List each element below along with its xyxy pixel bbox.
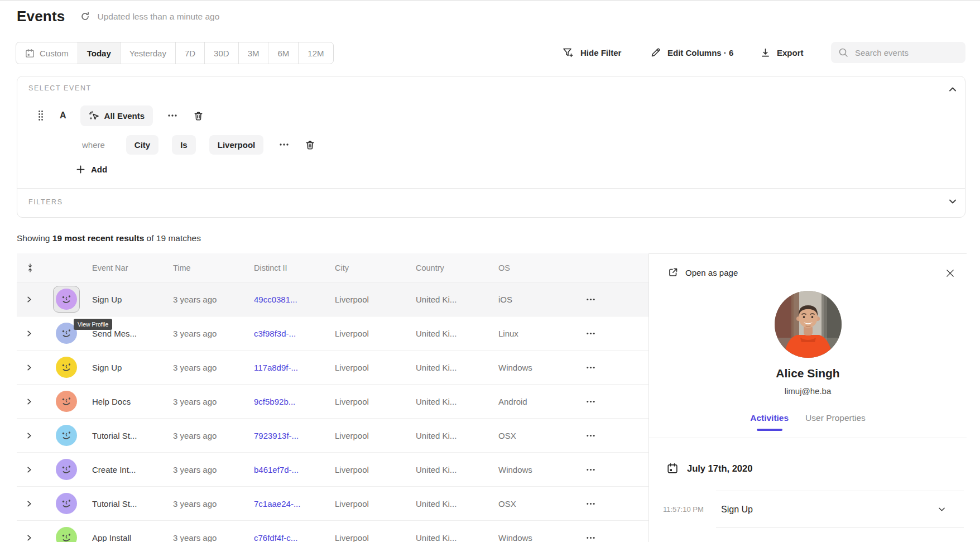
date-range-today[interactable]: Today (78, 42, 121, 64)
row-more-options-icon[interactable] (586, 431, 595, 440)
expand-row-chevron-icon[interactable] (26, 398, 50, 405)
row-more-options-icon[interactable] (586, 363, 595, 372)
date-range-30d[interactable]: 30D (205, 42, 239, 64)
avatar-wrap[interactable] (56, 459, 77, 480)
expand-row-chevron-icon[interactable] (26, 330, 50, 337)
user-avatar[interactable] (56, 493, 77, 514)
table-row[interactable]: Create Int... 3 years ago b461ef7d-... L… (17, 453, 648, 487)
filters-chevron-down-icon[interactable] (948, 198, 957, 205)
avatar-wrap[interactable] (56, 493, 77, 514)
col-header-city[interactable]: City (325, 263, 406, 272)
table-row[interactable]: Tutorial St... 3 years ago 7c1aae24-... … (17, 487, 648, 521)
date-range-6m[interactable]: 6M (268, 42, 299, 64)
add-event-button[interactable]: Add (76, 165, 107, 174)
distinct-id-link[interactable]: c3f98f3d-... (244, 329, 325, 338)
col-header-distinct-id[interactable]: Distinct II (244, 263, 325, 272)
filter-operator-chip[interactable]: Is (172, 135, 196, 155)
date-range-3m[interactable]: 3M (239, 42, 269, 64)
filter-more-options-icon[interactable] (277, 137, 291, 152)
country-cell: United Ki... (406, 431, 487, 440)
table-row[interactable]: Tutorial St... 3 years ago 7923913f-... … (17, 419, 648, 453)
os-cell: Windows (487, 465, 561, 474)
export-button[interactable]: Export (761, 42, 804, 63)
tab-activities[interactable]: Activities (750, 413, 789, 431)
col-header-os[interactable]: OS (487, 263, 561, 272)
edit-columns-button[interactable]: Edit Columns · 6 (651, 42, 733, 63)
avatar-wrap[interactable] (53, 286, 80, 313)
city-cell: Liverpool (325, 465, 406, 474)
user-avatar[interactable] (56, 425, 77, 446)
date-range-custom[interactable]: Custom (16, 42, 78, 64)
row-more-options-icon[interactable] (586, 397, 595, 406)
expand-row-chevron-icon[interactable] (26, 364, 50, 371)
collapse-rows-icon[interactable] (26, 263, 50, 273)
table-row[interactable]: Sign Up 3 years ago 117a8d9f-... Liverpo… (17, 351, 648, 385)
expand-row-chevron-icon[interactable] (26, 500, 50, 507)
search-box[interactable] (831, 42, 965, 63)
activity-time: 11:57:10 PM (663, 505, 710, 514)
expand-row-chevron-icon[interactable] (26, 296, 50, 303)
open-as-page-button[interactable]: Open as page (668, 267, 738, 277)
expand-row-chevron-icon[interactable] (26, 534, 50, 541)
row-more-options-icon[interactable] (586, 499, 595, 509)
add-label: Add (91, 165, 107, 174)
expand-row-chevron-icon[interactable] (26, 466, 50, 473)
avatar-wrap[interactable] (56, 425, 77, 446)
date-range-12m[interactable]: 12M (299, 42, 333, 64)
distinct-id-link[interactable]: 7c1aae24-... (244, 499, 325, 509)
distinct-id-link[interactable]: 117a8d9f-... (244, 363, 325, 372)
event-name-cell: Send Mes... (83, 329, 164, 338)
distinct-id-link[interactable]: c76fdf4f-c... (244, 533, 325, 542)
activity-chevron-down-icon[interactable] (938, 506, 946, 512)
refresh-icon[interactable] (80, 12, 90, 21)
user-avatar[interactable] (56, 289, 77, 310)
activity-accordion-row[interactable]: 11:57:10 PM Sign Up (716, 491, 964, 528)
avatar-wrap[interactable] (56, 357, 77, 378)
country-cell: United Ki... (406, 465, 487, 474)
country-cell: United Ki... (406, 363, 487, 372)
avatar-wrap[interactable] (56, 391, 77, 412)
user-avatar[interactable] (56, 391, 77, 412)
country-cell: United Ki... (406, 499, 487, 509)
collapse-section-chevron-up-icon[interactable] (948, 86, 957, 93)
expand-row-chevron-icon[interactable] (26, 432, 50, 439)
distinct-id-link[interactable]: 9cf5b92b... (244, 397, 325, 406)
date-range-yesterday[interactable]: Yesterday (121, 42, 176, 64)
table-row[interactable]: Help Docs 3 years ago 9cf5b92b... Liverp… (17, 385, 648, 419)
hide-filter-button[interactable]: Hide Filter (563, 42, 621, 63)
edit-columns-label: Edit Columns · 6 (667, 48, 733, 57)
country-cell: United Ki... (406, 329, 487, 338)
search-input[interactable] (854, 47, 958, 58)
filter-value-chip[interactable]: Liverpool (209, 135, 264, 155)
filter-property-chip[interactable]: City (126, 135, 158, 155)
time-cell: 3 years ago (164, 533, 244, 542)
updated-text: Updated less than a minute ago (97, 12, 219, 22)
user-avatar[interactable] (56, 527, 77, 542)
event-name-cell: Sign Up (83, 295, 164, 304)
row-more-options-icon[interactable] (586, 329, 595, 338)
date-range-7d[interactable]: 7D (176, 42, 205, 64)
avatar-wrap[interactable] (56, 527, 77, 542)
table-row[interactable]: App Install 3 years ago c76fdf4f-c... Li… (17, 521, 648, 542)
row-more-options-icon[interactable] (586, 465, 595, 474)
close-panel-icon[interactable] (946, 269, 954, 277)
distinct-id-link[interactable]: 7923913f-... (244, 431, 325, 440)
table-row[interactable]: Sign Up 3 years ago 49cc0381... Liverpoo… (17, 282, 648, 316)
row-more-options-icon[interactable] (586, 533, 595, 542)
tab-user-properties[interactable]: User Properties (805, 413, 866, 431)
user-avatar[interactable] (56, 357, 77, 378)
event-more-options-icon[interactable] (165, 108, 180, 123)
col-header-country[interactable]: Country (406, 263, 487, 272)
drag-handle-icon[interactable] (37, 110, 44, 121)
row-more-options-icon[interactable] (586, 295, 595, 304)
table-header-row: Event Nar Time Distinct II City Country … (17, 253, 648, 282)
distinct-id-link[interactable]: 49cc0381... (244, 295, 325, 304)
event-selector-chip[interactable]: All Events (80, 105, 153, 126)
col-header-time[interactable]: Time (164, 263, 244, 272)
distinct-id-link[interactable]: b461ef7d-... (244, 465, 325, 474)
user-avatar[interactable] (56, 459, 77, 480)
filter-delete-icon[interactable] (305, 140, 315, 150)
updated-status: Updated less than a minute ago (80, 12, 219, 22)
col-header-event-name[interactable]: Event Nar (83, 263, 164, 272)
event-delete-icon[interactable] (193, 111, 204, 121)
